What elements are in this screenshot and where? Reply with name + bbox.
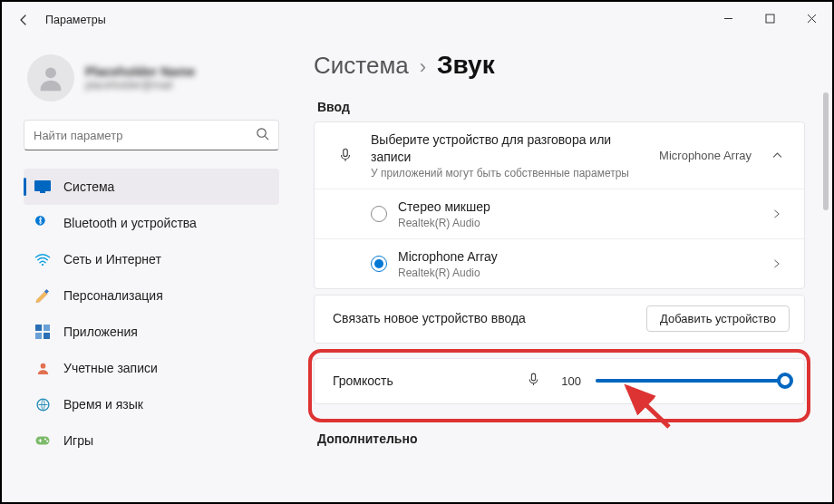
radio-button[interactable] xyxy=(371,256,387,272)
chevron-right-icon xyxy=(764,258,790,269)
svg-rect-7 xyxy=(34,180,51,191)
games-icon xyxy=(34,432,51,449)
close-button[interactable] xyxy=(790,2,832,34)
maximize-button[interactable] xyxy=(749,2,790,34)
device-name: Microphone Array xyxy=(398,248,753,266)
nav-item-label: Bluetooth и устройства xyxy=(63,216,197,230)
breadcrumb-parent[interactable]: Система xyxy=(314,52,409,80)
input-device-header[interactable]: Выберите устройство для разговора или за… xyxy=(315,122,804,189)
svg-point-16 xyxy=(40,363,45,368)
svg-point-19 xyxy=(44,438,46,440)
window-title: Параметры xyxy=(45,14,106,26)
chevron-up-icon xyxy=(764,150,790,161)
personalize-icon xyxy=(34,287,51,304)
back-button[interactable] xyxy=(9,5,38,34)
svg-rect-1 xyxy=(766,15,774,23)
microphone-icon xyxy=(333,147,358,163)
apps-icon xyxy=(34,324,51,340)
nav-item-games[interactable]: Игры xyxy=(24,422,279,459)
system-icon xyxy=(34,179,51,195)
nav-item-label: Время и язык xyxy=(63,397,143,412)
svg-rect-8 xyxy=(40,191,45,193)
nav-item-time[interactable]: Время и язык xyxy=(24,386,279,422)
input-device-sub: У приложений могут быть собственные пара… xyxy=(371,167,646,179)
nav-item-accounts[interactable]: Учетные записи xyxy=(24,350,279,386)
search-icon xyxy=(256,127,269,144)
profile-name: Placeholder Name xyxy=(85,64,195,79)
svg-rect-14 xyxy=(35,333,42,339)
link-new-device-card: Связать новое устройство ввода Добавить … xyxy=(314,295,805,344)
nav-item-personalize[interactable]: Персонализация xyxy=(24,277,279,314)
volume-slider[interactable] xyxy=(596,372,786,390)
svg-point-5 xyxy=(257,128,266,136)
search-box[interactable] xyxy=(24,120,279,150)
section-input: Ввод xyxy=(317,100,805,114)
radio-button[interactable] xyxy=(371,206,387,222)
nav-item-bluetooth[interactable]: Bluetooth и устройства xyxy=(24,205,279,241)
device-driver: Realtek(R) Audio xyxy=(398,267,753,279)
avatar xyxy=(27,54,74,102)
wifi-icon xyxy=(34,251,51,267)
volume-row: Громкость 100 xyxy=(314,358,805,404)
title-bar: Параметры xyxy=(2,2,832,38)
nav-item-apps[interactable]: Приложения xyxy=(24,314,279,350)
nav-item-wifi[interactable]: Сеть и Интернет xyxy=(24,241,279,277)
slider-thumb[interactable] xyxy=(777,373,793,389)
volume-label: Громкость xyxy=(333,373,511,388)
svg-point-4 xyxy=(45,67,56,78)
device-driver: Realtek(R) Audio xyxy=(398,217,753,229)
input-device-title: Выберите устройство для разговора или за… xyxy=(371,131,646,166)
section-advanced: Дополнительно xyxy=(317,431,805,446)
device-row[interactable]: Стерео микшерRealtek(R) Audio xyxy=(315,189,804,238)
bluetooth-icon xyxy=(34,215,51,231)
profile-email: placeholder@mail xyxy=(85,79,195,92)
main-content: Система › Звук Ввод Выберите устройство … xyxy=(290,38,832,502)
svg-rect-13 xyxy=(44,325,50,331)
nav-list: СистемаBluetooth и устройстваСеть и Инте… xyxy=(24,169,279,459)
svg-rect-21 xyxy=(344,150,348,157)
nav-item-system[interactable]: Система xyxy=(24,169,279,205)
device-name: Стерео микшер xyxy=(398,199,753,216)
nav-item-label: Система xyxy=(63,179,114,194)
svg-rect-15 xyxy=(44,333,50,339)
input-device-card: Выберите устройство для разговора или за… xyxy=(314,121,805,289)
minimize-button[interactable] xyxy=(707,2,749,34)
microphone-icon[interactable] xyxy=(526,372,541,391)
search-input[interactable] xyxy=(34,129,256,142)
nav-item-label: Персонализация xyxy=(63,288,163,303)
profile-block[interactable]: Placeholder Name placeholder@mail xyxy=(24,47,279,114)
breadcrumb-current: Звук xyxy=(437,51,495,80)
svg-line-6 xyxy=(265,136,268,140)
svg-point-20 xyxy=(46,441,48,442)
nav-item-label: Сеть и Интернет xyxy=(63,252,161,267)
input-device-selected: Microphone Array xyxy=(659,149,752,162)
svg-rect-12 xyxy=(35,325,42,331)
volume-value: 100 xyxy=(556,374,581,388)
sidebar: Placeholder Name placeholder@mail Систем… xyxy=(2,38,290,502)
breadcrumb: Система › Звук xyxy=(314,51,805,80)
nav-item-label: Игры xyxy=(63,433,93,448)
accounts-icon xyxy=(34,360,51,376)
nav-item-label: Учетные записи xyxy=(63,361,158,375)
svg-rect-22 xyxy=(531,373,535,381)
nav-item-label: Приложения xyxy=(63,325,138,339)
svg-point-10 xyxy=(42,264,44,266)
chevron-right-icon xyxy=(764,208,790,219)
time-icon xyxy=(34,396,51,412)
add-device-button[interactable]: Добавить устройство xyxy=(646,305,790,332)
breadcrumb-separator-icon: › xyxy=(420,55,426,79)
device-row[interactable]: Microphone ArrayRealtek(R) Audio xyxy=(315,238,804,288)
link-new-device-label: Связать новое устройство ввода xyxy=(333,310,634,327)
scrollbar[interactable] xyxy=(823,92,829,210)
